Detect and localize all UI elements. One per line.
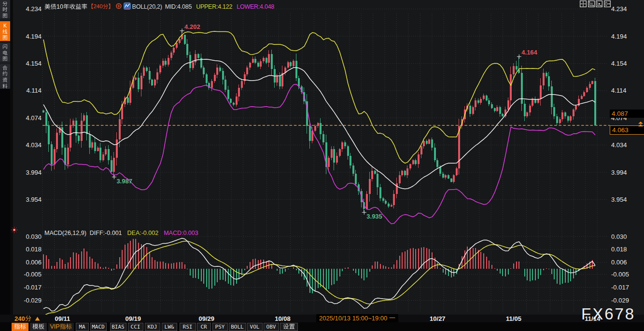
macd-name: MACD(26,12,9) bbox=[44, 230, 86, 236]
price-tick-left: 4.194 bbox=[13, 33, 42, 40]
sidebar-tab-char bbox=[2, 70, 8, 77]
macd-tick-right: 0.030 bbox=[611, 234, 627, 240]
sidebar-tab-char bbox=[2, 83, 8, 89]
date-label: 09/29 bbox=[199, 315, 215, 322]
macd-tick-left: 0.018 bbox=[13, 246, 42, 252]
price-tick-left: 4.074 bbox=[13, 115, 42, 121]
macd-tick-left: -0.017 bbox=[13, 284, 42, 290]
macd-dea-line bbox=[43, 241, 595, 315]
sidebar-tab-char bbox=[2, 28, 8, 34]
sidebar-tab-char bbox=[2, 49, 8, 55]
pan-crosshair-icon[interactable] bbox=[580, 0, 587, 9]
date-label: 10/08 bbox=[275, 315, 291, 322]
date-label: 09/19 bbox=[126, 315, 141, 322]
toolbar-button-indicators[interactable] bbox=[12, 323, 28, 331]
toolbar-button-vip-indicators[interactable]: VIP bbox=[48, 323, 74, 331]
price-tick-right: 4.234 bbox=[611, 6, 627, 12]
macd-histogram-positive bbox=[43, 239, 595, 269]
price-tick-right: 4.154 bbox=[611, 60, 627, 67]
macd-diff-value: DIFF:-0.001 bbox=[90, 230, 122, 236]
timeframe-label[interactable]: 240 bbox=[14, 315, 40, 323]
price-tick-right: 3.954 bbox=[611, 196, 627, 203]
price-up-arrows bbox=[638, 120, 644, 129]
macd-dea-value: DEA:-0.002 bbox=[127, 230, 159, 236]
toolbar-button-obv[interactable]: OBV bbox=[264, 323, 279, 331]
sidebar: K bbox=[0, 0, 10, 315]
last-value-badge: 4.087 bbox=[610, 110, 644, 118]
macd-header: MACD(26,12,9) DIFF:-0.001 DEA:-0.002 MAC… bbox=[44, 229, 198, 237]
macd-diff-line bbox=[43, 238, 595, 311]
circle-plus-icon[interactable] bbox=[115, 2, 122, 11]
macd-tick-right: -0.029 bbox=[611, 297, 629, 303]
toolbar-button-macd[interactable]: MACD bbox=[90, 323, 107, 331]
selected-range-box: 2025/10/13 15:00~19:00 bbox=[316, 314, 398, 322]
toolbar-button-cr[interactable]: CR bbox=[197, 323, 211, 331]
toolbar-button-settings[interactable] bbox=[280, 323, 298, 331]
sidebar-tab-char bbox=[2, 6, 8, 13]
shift-right-icon[interactable] bbox=[604, 0, 611, 9]
sidebar-tab-time-chart[interactable] bbox=[0, 0, 10, 18]
indicator-toolbar: VIPMAMACDBIASCCIKDJLW&RSICRPSYBOLLVOLOBV bbox=[0, 322, 644, 331]
macd-tick-right: -0.005 bbox=[611, 271, 629, 277]
price-tick-right: 4.194 bbox=[611, 33, 627, 40]
sidebar-tab-char bbox=[2, 55, 8, 62]
sidebar-tab-char bbox=[2, 12, 8, 18]
window-toolbar bbox=[580, 0, 611, 9]
timeframe-text: 240 bbox=[14, 315, 31, 323]
boll-mid-line bbox=[43, 59, 595, 189]
candle-wicks-up bbox=[55, 31, 592, 208]
toolbar-button-boll[interactable]: BOLL bbox=[229, 323, 246, 331]
toolbar-button-vol[interactable]: VOL bbox=[247, 323, 263, 331]
boll-mid-value: MID:4.085 bbox=[165, 3, 192, 10]
toolbar-button-bias[interactable]: BIAS bbox=[110, 323, 126, 331]
price-tick-right: 3.994 bbox=[611, 169, 627, 176]
toolbar-button-templates[interactable] bbox=[30, 323, 47, 331]
mini-chart-icon[interactable] bbox=[124, 2, 131, 12]
candlestick-chart[interactable]: 4.2023.9873.9354.164 bbox=[0, 0, 644, 315]
instrument-title: 10 bbox=[44, 3, 87, 11]
annotation-3.987: 3.987 bbox=[116, 178, 132, 185]
date-label: 10/27 bbox=[430, 315, 446, 322]
macd-tick-right: 0.006 bbox=[611, 259, 627, 265]
sidebar-tab-kline-chart[interactable]: K bbox=[0, 21, 10, 41]
boll-lower-value: LOWER:4.048 bbox=[237, 3, 274, 10]
selected-range-text: 2025/10/13 15:00~19:00 bbox=[319, 315, 395, 322]
price-tick-left: 4.154 bbox=[13, 60, 42, 67]
boll-label: BOLL(20,2) bbox=[132, 3, 162, 10]
chart-header: 10 240 BOLL(20,2) MID:4.085 UPPER:4.122 … bbox=[44, 2, 274, 11]
toolbar-button-ma[interactable]: MA bbox=[76, 323, 89, 331]
macd-tick-right: -0.017 bbox=[611, 284, 629, 290]
macd-settings-icon[interactable] bbox=[11, 226, 18, 235]
timeframe-up-arrow-icon bbox=[35, 317, 40, 321]
date-label: 11/05 bbox=[506, 315, 521, 322]
sidebar-tab-char bbox=[2, 34, 8, 41]
macd-tick-right: 0.018 bbox=[611, 246, 627, 252]
sidebar-tab-char bbox=[2, 0, 8, 6]
sidebar-tab-char bbox=[2, 77, 8, 83]
price-tick-left: 3.994 bbox=[13, 169, 42, 176]
toolbar-button-kdj[interactable]: KDJ bbox=[145, 323, 160, 331]
annotation-4.164: 4.164 bbox=[521, 49, 537, 56]
macd-tick-left: -0.005 bbox=[13, 271, 42, 277]
annotation-4.202: 4.202 bbox=[184, 23, 200, 30]
sidebar-tab-lightning-chart[interactable] bbox=[0, 43, 10, 62]
time-axis: 240 09/1109/1909/2910/0810/2711/0511/14 … bbox=[0, 315, 644, 322]
app-window: 4.2023.9873.9354.164 K 10 240 BOLL(20,2)… bbox=[0, 0, 644, 331]
toolbar-button-cci[interactable]: CCI bbox=[128, 323, 143, 331]
annotation-3.935: 3.935 bbox=[366, 213, 382, 220]
sidebar-tab-char bbox=[2, 64, 8, 70]
price-tick-left: 3.954 bbox=[13, 196, 42, 203]
toolbar-button-lw&[interactable]: LW& bbox=[162, 323, 177, 331]
price-tick-left: 4.114 bbox=[13, 87, 42, 94]
macd-macd-value: MACD:0.003 bbox=[164, 230, 198, 236]
price-tick-right: 4.034 bbox=[611, 142, 627, 148]
macd-tick-left: -0.029 bbox=[13, 297, 42, 303]
toolbar-button-rsi[interactable]: RSI bbox=[180, 323, 196, 331]
sidebar-tab-contract-info[interactable] bbox=[0, 64, 10, 89]
macd-histogram-negative bbox=[112, 269, 579, 293]
toolbar-button-psy[interactable]: PSY bbox=[212, 323, 228, 331]
play-axis-icon[interactable] bbox=[596, 0, 602, 9]
period-tag: 240 bbox=[88, 3, 114, 10]
watermark: FX678 bbox=[581, 305, 635, 323]
compress-horizontal-icon[interactable] bbox=[588, 0, 595, 9]
